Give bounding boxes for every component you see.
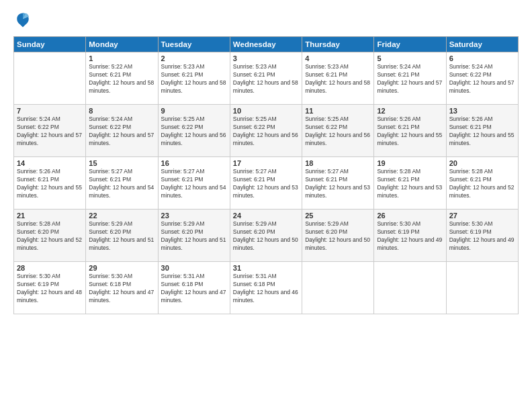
weekday-header-monday: Monday [86,37,158,52]
day-number: 4 [305,54,371,62]
week-row-3: 21Sunrise: 5:28 AMSunset: 6:20 PMDayligh… [14,210,519,262]
day-number: 18 [305,159,371,167]
weekday-header-row: SundayMondayTuesdayWednesdayThursdayFrid… [14,37,519,52]
cell-info: Sunrise: 5:23 AMSunset: 6:21 PMDaylight:… [233,63,299,95]
calendar-cell: 18Sunrise: 5:27 AMSunset: 6:21 PMDayligh… [302,157,374,210]
day-number: 6 [449,54,515,62]
cell-info: Sunrise: 5:29 AMSunset: 6:20 PMDaylight:… [305,220,371,253]
day-number: 2 [161,54,227,62]
weekday-header-thursday: Thursday [302,37,374,52]
cell-info: Sunrise: 5:26 AMSunset: 6:21 PMDaylight:… [377,116,443,148]
calendar-cell: 3Sunrise: 5:23 AMSunset: 6:21 PMDaylight… [230,52,302,105]
calendar-cell: 13Sunrise: 5:26 AMSunset: 6:21 PMDayligh… [446,105,518,157]
week-row-2: 14Sunrise: 5:26 AMSunset: 6:21 PMDayligh… [14,157,519,210]
cell-info: Sunrise: 5:28 AMSunset: 6:21 PMDaylight:… [377,168,443,200]
day-number: 31 [233,264,299,272]
weekday-header-wednesday: Wednesday [230,37,302,52]
cell-info: Sunrise: 5:30 AMSunset: 6:19 PMDaylight:… [377,220,443,253]
cell-info: Sunrise: 5:30 AMSunset: 6:19 PMDaylight:… [449,220,515,253]
calendar-cell: 19Sunrise: 5:28 AMSunset: 6:21 PMDayligh… [374,157,446,210]
week-row-4: 28Sunrise: 5:30 AMSunset: 6:19 PMDayligh… [14,262,519,314]
day-number: 26 [377,212,443,220]
day-number: 1 [89,54,154,62]
calendar-cell: 12Sunrise: 5:26 AMSunset: 6:21 PMDayligh… [374,105,446,157]
cell-info: Sunrise: 5:30 AMSunset: 6:19 PMDaylight:… [17,273,83,305]
calendar-cell: 14Sunrise: 5:26 AMSunset: 6:21 PMDayligh… [14,157,86,210]
calendar-cell: 21Sunrise: 5:28 AMSunset: 6:20 PMDayligh… [14,210,86,262]
cell-info: Sunrise: 5:26 AMSunset: 6:21 PMDaylight:… [449,116,515,148]
page: SundayMondayTuesdayWednesdayThursdayFrid… [0,0,532,411]
day-number: 19 [377,159,443,167]
calendar-cell: 9Sunrise: 5:25 AMSunset: 6:22 PMDaylight… [158,105,230,157]
cell-info: Sunrise: 5:29 AMSunset: 6:20 PMDaylight:… [233,220,299,253]
calendar-cell: 27Sunrise: 5:30 AMSunset: 6:19 PMDayligh… [446,210,518,262]
weekday-header-tuesday: Tuesday [158,37,230,52]
day-number: 22 [89,212,154,220]
day-number: 12 [377,107,443,115]
day-number: 16 [161,159,227,167]
cell-info: Sunrise: 5:25 AMSunset: 6:22 PMDaylight:… [161,116,227,148]
calendar-cell: 8Sunrise: 5:24 AMSunset: 6:22 PMDaylight… [86,105,158,157]
cell-info: Sunrise: 5:29 AMSunset: 6:20 PMDaylight:… [89,220,154,253]
cell-info: Sunrise: 5:28 AMSunset: 6:20 PMDaylight:… [17,220,83,253]
cell-info: Sunrise: 5:27 AMSunset: 6:21 PMDaylight:… [305,168,371,200]
day-number: 17 [233,159,299,167]
day-number: 13 [449,107,515,115]
cell-info: Sunrise: 5:27 AMSunset: 6:21 PMDaylight:… [233,168,299,200]
day-number: 29 [89,264,154,272]
cell-info: Sunrise: 5:22 AMSunset: 6:21 PMDaylight:… [89,63,154,95]
cell-info: Sunrise: 5:24 AMSunset: 6:22 PMDaylight:… [17,116,83,148]
calendar-cell: 22Sunrise: 5:29 AMSunset: 6:20 PMDayligh… [86,210,158,262]
day-number: 11 [305,107,371,115]
calendar-cell: 1Sunrise: 5:22 AMSunset: 6:21 PMDaylight… [86,52,158,105]
calendar-cell: 29Sunrise: 5:30 AMSunset: 6:18 PMDayligh… [86,262,158,314]
cell-info: Sunrise: 5:29 AMSunset: 6:20 PMDaylight:… [161,220,227,253]
cell-info: Sunrise: 5:26 AMSunset: 6:21 PMDaylight:… [17,168,83,200]
calendar-cell [446,262,518,314]
week-row-1: 7Sunrise: 5:24 AMSunset: 6:22 PMDaylight… [14,105,519,157]
calendar-cell: 4Sunrise: 5:23 AMSunset: 6:21 PMDaylight… [302,52,374,105]
calendar-cell [374,262,446,314]
calendar-cell [14,52,86,105]
day-number: 30 [161,264,227,272]
calendar-cell: 31Sunrise: 5:31 AMSunset: 6:18 PMDayligh… [230,262,302,314]
calendar-cell: 16Sunrise: 5:27 AMSunset: 6:21 PMDayligh… [158,157,230,210]
day-number: 3 [233,54,299,62]
calendar-cell: 15Sunrise: 5:27 AMSunset: 6:21 PMDayligh… [86,157,158,210]
calendar-cell: 11Sunrise: 5:25 AMSunset: 6:22 PMDayligh… [302,105,374,157]
calendar-cell: 6Sunrise: 5:24 AMSunset: 6:22 PMDaylight… [446,52,518,105]
logo [13,11,35,30]
calendar-cell: 2Sunrise: 5:23 AMSunset: 6:21 PMDaylight… [158,52,230,105]
day-number: 24 [233,212,299,220]
calendar-cell: 20Sunrise: 5:28 AMSunset: 6:21 PMDayligh… [446,157,518,210]
calendar-cell: 7Sunrise: 5:24 AMSunset: 6:22 PMDaylight… [14,105,86,157]
day-number: 21 [17,212,83,220]
day-number: 23 [161,212,227,220]
day-number: 25 [305,212,371,220]
calendar-cell: 25Sunrise: 5:29 AMSunset: 6:20 PMDayligh… [302,210,374,262]
calendar-cell: 10Sunrise: 5:25 AMSunset: 6:22 PMDayligh… [230,105,302,157]
cell-info: Sunrise: 5:24 AMSunset: 6:22 PMDaylight:… [89,116,154,148]
weekday-header-sunday: Sunday [14,37,86,52]
cell-info: Sunrise: 5:24 AMSunset: 6:22 PMDaylight:… [449,63,515,95]
day-number: 20 [449,159,515,167]
calendar-cell: 24Sunrise: 5:29 AMSunset: 6:20 PMDayligh… [230,210,302,262]
cell-info: Sunrise: 5:23 AMSunset: 6:21 PMDaylight:… [305,63,371,95]
calendar-cell: 28Sunrise: 5:30 AMSunset: 6:19 PMDayligh… [14,262,86,314]
logo-icon [13,11,32,30]
cell-info: Sunrise: 5:23 AMSunset: 6:21 PMDaylight:… [161,63,227,95]
cell-info: Sunrise: 5:25 AMSunset: 6:22 PMDaylight:… [305,116,371,148]
calendar-table: SundayMondayTuesdayWednesdayThursdayFrid… [13,36,519,314]
cell-info: Sunrise: 5:28 AMSunset: 6:21 PMDaylight:… [449,168,515,200]
cell-info: Sunrise: 5:25 AMSunset: 6:22 PMDaylight:… [233,116,299,148]
weekday-header-friday: Friday [374,37,446,52]
header [13,11,519,30]
day-number: 5 [377,54,443,62]
day-number: 28 [17,264,83,272]
weekday-header-saturday: Saturday [446,37,518,52]
calendar-cell: 5Sunrise: 5:24 AMSunset: 6:21 PMDaylight… [374,52,446,105]
day-number: 10 [233,107,299,115]
day-number: 15 [89,159,154,167]
cell-info: Sunrise: 5:31 AMSunset: 6:18 PMDaylight:… [233,273,299,305]
day-number: 9 [161,107,227,115]
